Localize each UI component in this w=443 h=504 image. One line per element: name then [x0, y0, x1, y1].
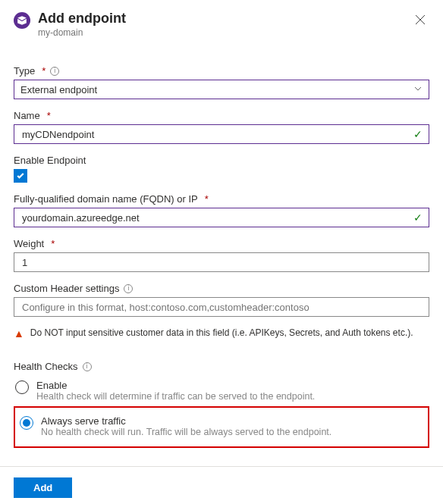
- info-icon[interactable]: i: [83, 362, 92, 371]
- name-input[interactable]: [20, 128, 409, 141]
- info-icon[interactable]: i: [50, 67, 59, 76]
- name-input-wrap: ✓: [14, 124, 429, 144]
- hc-enable-desc: Health check will determine if traffic c…: [36, 391, 315, 402]
- valid-check-icon: ✓: [413, 211, 423, 224]
- endpoint-icon: [14, 12, 30, 29]
- add-button[interactable]: Add: [14, 477, 72, 498]
- panel-subtitle: my-domain: [38, 27, 404, 38]
- custom-header-label: Custom Header settings: [14, 283, 119, 294]
- fqdn-label: Fully-qualified domain name (FQDN) or IP: [14, 193, 198, 205]
- weight-input-wrap: [14, 252, 429, 272]
- weight-label: Weight: [14, 238, 44, 249]
- health-checks-label: Health Checks: [14, 361, 78, 372]
- name-label: Name: [14, 110, 40, 121]
- type-select[interactable]: External endpoint: [14, 80, 429, 99]
- chevron-down-icon: [413, 84, 423, 95]
- health-checks-always-radio[interactable]: [20, 416, 33, 430]
- custom-header-input-wrap: [14, 297, 429, 317]
- panel-title: Add endpoint: [38, 11, 404, 27]
- required-marker: *: [42, 65, 46, 77]
- warning-text: Do NOT input sensitive customer data in …: [30, 327, 413, 338]
- enable-endpoint-label: Enable Endpoint: [14, 155, 86, 166]
- valid-check-icon: ✓: [413, 128, 423, 140]
- required-marker: *: [205, 193, 209, 205]
- hc-always-desc: No health check will run. Traffic will b…: [41, 427, 331, 437]
- hc-enable-label: Enable: [36, 380, 315, 391]
- fqdn-input-wrap: ✓: [14, 208, 429, 227]
- highlight-box: Always serve traffic No health check wil…: [14, 406, 429, 448]
- close-button[interactable]: [411, 11, 429, 29]
- enable-endpoint-checkbox[interactable]: [14, 169, 27, 183]
- custom-header-input[interactable]: [20, 301, 423, 314]
- fqdn-input[interactable]: [20, 211, 409, 224]
- required-marker: *: [51, 238, 55, 249]
- weight-input[interactable]: [20, 256, 423, 269]
- required-marker: *: [47, 110, 51, 121]
- hc-always-label: Always serve traffic: [41, 415, 331, 427]
- type-value: External endpoint: [20, 84, 97, 95]
- warning-icon: ▲: [14, 327, 24, 340]
- type-label: Type: [14, 65, 35, 77]
- health-checks-enable-radio[interactable]: [15, 380, 29, 394]
- info-icon[interactable]: i: [124, 284, 133, 293]
